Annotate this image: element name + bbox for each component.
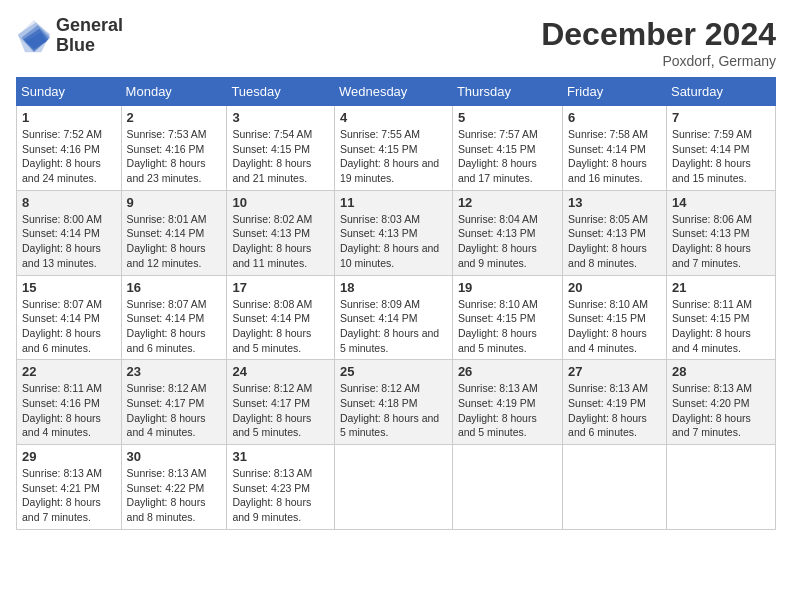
day-info: Sunrise: 7:57 AMSunset: 4:15 PMDaylight:… [458, 128, 538, 184]
calendar-day-cell: 25 Sunrise: 8:12 AMSunset: 4:18 PMDaylig… [334, 360, 452, 445]
day-info: Sunrise: 8:12 AMSunset: 4:17 PMDaylight:… [127, 382, 207, 438]
day-info: Sunrise: 8:06 AMSunset: 4:13 PMDaylight:… [672, 213, 752, 269]
day-number: 10 [232, 195, 329, 210]
day-number: 6 [568, 110, 661, 125]
weekday-header-saturday: Saturday [666, 78, 775, 106]
day-info: Sunrise: 8:13 AMSunset: 4:22 PMDaylight:… [127, 467, 207, 523]
day-number: 9 [127, 195, 222, 210]
calendar-day-cell: 3 Sunrise: 7:54 AMSunset: 4:15 PMDayligh… [227, 106, 335, 191]
day-number: 27 [568, 364, 661, 379]
weekday-header-row: SundayMondayTuesdayWednesdayThursdayFrid… [17, 78, 776, 106]
day-number: 11 [340, 195, 447, 210]
calendar-day-cell: 2 Sunrise: 7:53 AMSunset: 4:16 PMDayligh… [121, 106, 227, 191]
calendar-day-cell: 27 Sunrise: 8:13 AMSunset: 4:19 PMDaylig… [563, 360, 667, 445]
title-block: December 2024 Poxdorf, Germany [541, 16, 776, 69]
calendar-day-cell: 21 Sunrise: 8:11 AMSunset: 4:15 PMDaylig… [666, 275, 775, 360]
day-number: 30 [127, 449, 222, 464]
day-info: Sunrise: 8:04 AMSunset: 4:13 PMDaylight:… [458, 213, 538, 269]
weekday-header-sunday: Sunday [17, 78, 122, 106]
calendar-day-cell [666, 445, 775, 530]
day-info: Sunrise: 7:52 AMSunset: 4:16 PMDaylight:… [22, 128, 102, 184]
day-number: 17 [232, 280, 329, 295]
calendar-day-cell: 15 Sunrise: 8:07 AMSunset: 4:14 PMDaylig… [17, 275, 122, 360]
day-number: 20 [568, 280, 661, 295]
day-number: 14 [672, 195, 770, 210]
day-number: 1 [22, 110, 116, 125]
calendar-day-cell: 24 Sunrise: 8:12 AMSunset: 4:17 PMDaylig… [227, 360, 335, 445]
calendar-day-cell: 14 Sunrise: 8:06 AMSunset: 4:13 PMDaylig… [666, 190, 775, 275]
calendar-day-cell: 29 Sunrise: 8:13 AMSunset: 4:21 PMDaylig… [17, 445, 122, 530]
day-number: 18 [340, 280, 447, 295]
day-number: 22 [22, 364, 116, 379]
calendar-day-cell: 13 Sunrise: 8:05 AMSunset: 4:13 PMDaylig… [563, 190, 667, 275]
day-info: Sunrise: 8:09 AMSunset: 4:14 PMDaylight:… [340, 298, 439, 354]
day-info: Sunrise: 7:55 AMSunset: 4:15 PMDaylight:… [340, 128, 439, 184]
day-number: 3 [232, 110, 329, 125]
calendar-day-cell [563, 445, 667, 530]
day-info: Sunrise: 7:59 AMSunset: 4:14 PMDaylight:… [672, 128, 752, 184]
day-info: Sunrise: 8:02 AMSunset: 4:13 PMDaylight:… [232, 213, 312, 269]
day-info: Sunrise: 8:07 AMSunset: 4:14 PMDaylight:… [22, 298, 102, 354]
day-info: Sunrise: 7:53 AMSunset: 4:16 PMDaylight:… [127, 128, 207, 184]
day-info: Sunrise: 8:13 AMSunset: 4:19 PMDaylight:… [568, 382, 648, 438]
day-info: Sunrise: 8:11 AMSunset: 4:15 PMDaylight:… [672, 298, 752, 354]
day-number: 24 [232, 364, 329, 379]
calendar-day-cell: 4 Sunrise: 7:55 AMSunset: 4:15 PMDayligh… [334, 106, 452, 191]
day-info: Sunrise: 8:13 AMSunset: 4:20 PMDaylight:… [672, 382, 752, 438]
day-number: 2 [127, 110, 222, 125]
calendar-day-cell: 30 Sunrise: 8:13 AMSunset: 4:22 PMDaylig… [121, 445, 227, 530]
day-info: Sunrise: 7:54 AMSunset: 4:15 PMDaylight:… [232, 128, 312, 184]
day-number: 4 [340, 110, 447, 125]
day-number: 26 [458, 364, 557, 379]
day-info: Sunrise: 7:58 AMSunset: 4:14 PMDaylight:… [568, 128, 648, 184]
day-number: 23 [127, 364, 222, 379]
calendar-day-cell: 1 Sunrise: 7:52 AMSunset: 4:16 PMDayligh… [17, 106, 122, 191]
calendar-day-cell [452, 445, 562, 530]
weekday-header-tuesday: Tuesday [227, 78, 335, 106]
calendar-day-cell: 10 Sunrise: 8:02 AMSunset: 4:13 PMDaylig… [227, 190, 335, 275]
logo: General Blue [16, 16, 123, 56]
calendar-week-row: 29 Sunrise: 8:13 AMSunset: 4:21 PMDaylig… [17, 445, 776, 530]
calendar-day-cell: 23 Sunrise: 8:12 AMSunset: 4:17 PMDaylig… [121, 360, 227, 445]
logo-icon [16, 18, 52, 54]
day-info: Sunrise: 8:08 AMSunset: 4:14 PMDaylight:… [232, 298, 312, 354]
calendar-week-row: 8 Sunrise: 8:00 AMSunset: 4:14 PMDayligh… [17, 190, 776, 275]
calendar-day-cell: 17 Sunrise: 8:08 AMSunset: 4:14 PMDaylig… [227, 275, 335, 360]
day-info: Sunrise: 8:03 AMSunset: 4:13 PMDaylight:… [340, 213, 439, 269]
day-number: 29 [22, 449, 116, 464]
day-info: Sunrise: 8:11 AMSunset: 4:16 PMDaylight:… [22, 382, 102, 438]
day-info: Sunrise: 8:10 AMSunset: 4:15 PMDaylight:… [568, 298, 648, 354]
day-info: Sunrise: 8:13 AMSunset: 4:21 PMDaylight:… [22, 467, 102, 523]
month-title: December 2024 [541, 16, 776, 53]
page-header: General Blue December 2024 Poxdorf, Germ… [16, 16, 776, 69]
calendar-day-cell: 20 Sunrise: 8:10 AMSunset: 4:15 PMDaylig… [563, 275, 667, 360]
calendar-week-row: 22 Sunrise: 8:11 AMSunset: 4:16 PMDaylig… [17, 360, 776, 445]
day-info: Sunrise: 8:12 AMSunset: 4:17 PMDaylight:… [232, 382, 312, 438]
calendar-day-cell: 6 Sunrise: 7:58 AMSunset: 4:14 PMDayligh… [563, 106, 667, 191]
day-number: 28 [672, 364, 770, 379]
calendar-day-cell: 9 Sunrise: 8:01 AMSunset: 4:14 PMDayligh… [121, 190, 227, 275]
weekday-header-thursday: Thursday [452, 78, 562, 106]
day-number: 12 [458, 195, 557, 210]
calendar-day-cell: 7 Sunrise: 7:59 AMSunset: 4:14 PMDayligh… [666, 106, 775, 191]
calendar-table: SundayMondayTuesdayWednesdayThursdayFrid… [16, 77, 776, 530]
day-info: Sunrise: 8:13 AMSunset: 4:23 PMDaylight:… [232, 467, 312, 523]
day-number: 5 [458, 110, 557, 125]
day-info: Sunrise: 8:13 AMSunset: 4:19 PMDaylight:… [458, 382, 538, 438]
calendar-day-cell: 22 Sunrise: 8:11 AMSunset: 4:16 PMDaylig… [17, 360, 122, 445]
day-info: Sunrise: 8:12 AMSunset: 4:18 PMDaylight:… [340, 382, 439, 438]
day-number: 16 [127, 280, 222, 295]
calendar-day-cell: 19 Sunrise: 8:10 AMSunset: 4:15 PMDaylig… [452, 275, 562, 360]
day-number: 25 [340, 364, 447, 379]
day-number: 19 [458, 280, 557, 295]
day-info: Sunrise: 8:01 AMSunset: 4:14 PMDaylight:… [127, 213, 207, 269]
calendar-day-cell: 5 Sunrise: 7:57 AMSunset: 4:15 PMDayligh… [452, 106, 562, 191]
weekday-header-friday: Friday [563, 78, 667, 106]
day-number: 13 [568, 195, 661, 210]
calendar-day-cell: 18 Sunrise: 8:09 AMSunset: 4:14 PMDaylig… [334, 275, 452, 360]
calendar-day-cell: 26 Sunrise: 8:13 AMSunset: 4:19 PMDaylig… [452, 360, 562, 445]
weekday-header-monday: Monday [121, 78, 227, 106]
day-info: Sunrise: 8:10 AMSunset: 4:15 PMDaylight:… [458, 298, 538, 354]
calendar-day-cell [334, 445, 452, 530]
logo-text: General Blue [56, 16, 123, 56]
